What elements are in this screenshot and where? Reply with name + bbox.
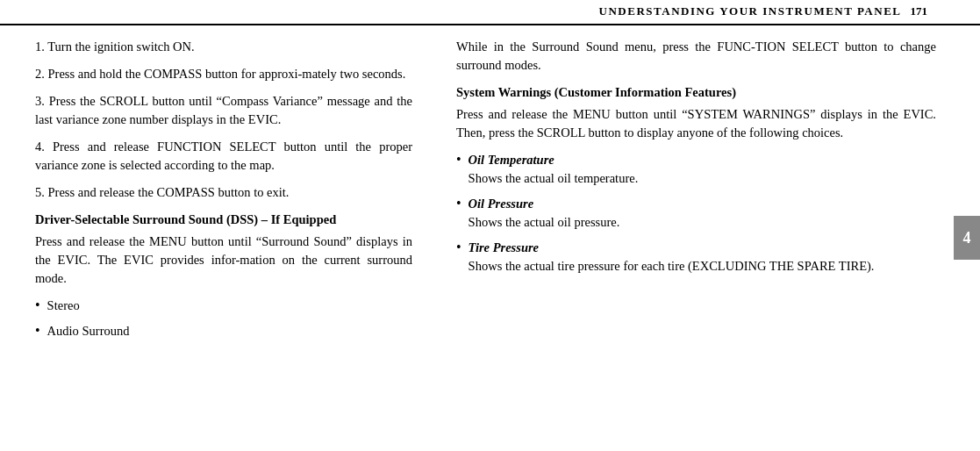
sys-warnings-heading: System Warnings (Customer Information Fe… xyxy=(456,83,936,102)
page-container: UNDERSTANDING YOUR INSTRUMENT PANEL 171 … xyxy=(0,0,980,451)
bullet-dot-oil-temp: • xyxy=(456,151,461,169)
bullet-oil-pressure: • Oil Pressure Shows the actual oil pres… xyxy=(456,195,936,232)
bullet-text-tire-pressure: Tire Pressure Shows the actual tire pres… xyxy=(469,239,875,276)
paragraph-5: 5. Press and release the COMPASS button … xyxy=(35,183,412,202)
header-page-number: 171 xyxy=(911,4,928,20)
left-column: 1. Turn the ignition switch ON. 2. Press… xyxy=(0,25,430,451)
bullet-dot-oil-pressure: • xyxy=(456,195,461,213)
bullet-text-oil-pressure: Oil Pressure Shows the actual oil pressu… xyxy=(469,195,620,232)
oil-temp-label: Oil Temperature xyxy=(469,153,554,167)
bullet-dot-tire-pressure: • xyxy=(456,239,461,257)
bullet-dot-stereo: • xyxy=(35,297,40,315)
dss-body: Press and release the MENU button until … xyxy=(35,233,412,288)
dss-heading: Driver-Selectable Surround Sound (DSS) –… xyxy=(35,211,412,229)
header-title: UNDERSTANDING YOUR INSTRUMENT PANEL xyxy=(599,4,902,20)
sys-warnings-body: Press and release the MENU button until … xyxy=(456,105,936,142)
bullet-oil-temp: • Oil Temperature Shows the actual oil t… xyxy=(456,151,936,188)
bullet-text-audio: Audio Surround xyxy=(47,322,130,340)
sys-warnings-bullet-list: • Oil Temperature Shows the actual oil t… xyxy=(456,151,936,276)
main-content: 1. Turn the ignition switch ON. 2. Press… xyxy=(0,25,980,451)
tire-pressure-label: Tire Pressure xyxy=(469,240,539,254)
paragraph-2: 2. Press and hold the COMPASS button for… xyxy=(35,65,412,83)
paragraph-1: 1. Turn the ignition switch ON. xyxy=(35,38,412,56)
page-header: UNDERSTANDING YOUR INSTRUMENT PANEL 171 xyxy=(0,0,980,25)
bullet-dot-audio: • xyxy=(35,322,40,340)
oil-pressure-body: Shows the actual oil pressure. xyxy=(469,215,620,229)
paragraph-3: 3. Press the SCROLL button until “Compas… xyxy=(35,92,412,129)
bullet-audio-surround: • Audio Surround xyxy=(35,322,412,340)
oil-temp-body: Shows the actual oil temperature. xyxy=(469,171,639,185)
right-intro: While in the Surround Sound menu, press … xyxy=(456,38,936,75)
bullet-text-oil-temp: Oil Temperature Shows the actual oil tem… xyxy=(469,151,639,188)
chapter-tab: 4 xyxy=(954,216,980,260)
bullet-text-stereo: Stereo xyxy=(47,297,80,315)
right-column: While in the Surround Sound menu, press … xyxy=(430,25,980,451)
paragraph-4: 4. Press and release FUNCTION SELECT but… xyxy=(35,138,412,175)
bullet-stereo: • Stereo xyxy=(35,297,412,315)
dss-bullet-list: • Stereo • Audio Surround xyxy=(35,297,412,340)
bullet-tire-pressure: • Tire Pressure Shows the actual tire pr… xyxy=(456,239,936,276)
oil-pressure-label: Oil Pressure xyxy=(469,197,534,211)
tire-pressure-body: Shows the actual tire pressure for each … xyxy=(469,259,875,273)
